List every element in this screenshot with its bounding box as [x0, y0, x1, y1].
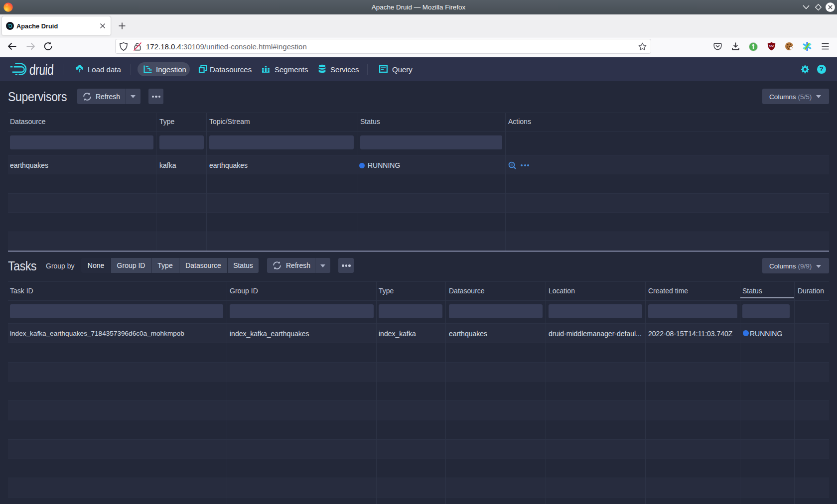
svg-text:UO: UO	[769, 44, 774, 47]
